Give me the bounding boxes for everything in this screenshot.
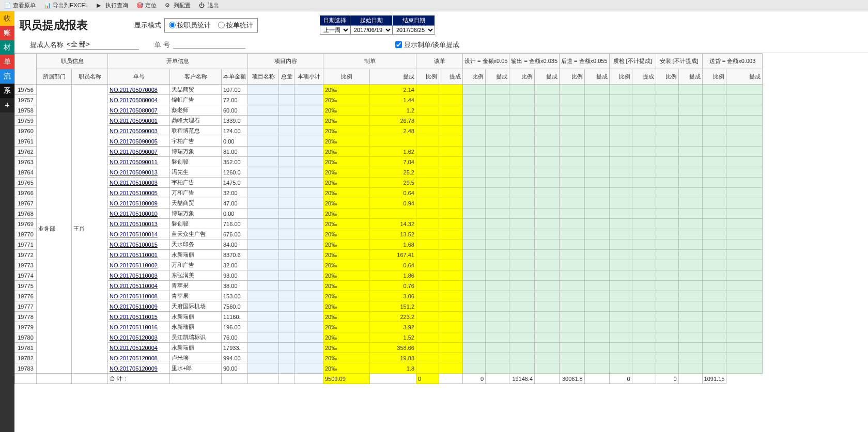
table-row[interactable]: 19773 NO.201705110002 万和广告 32.00 20‰ 0.6… — [15, 260, 763, 270]
table-row[interactable]: 19779 NO.201705110016 永新瑞丽 196.00 20‰ 3.… — [15, 322, 763, 332]
table-row[interactable]: 19778 NO.201705110015 永新瑞丽 11160. 20‰ 22… — [15, 312, 763, 322]
column-config-button[interactable]: ⚙列配置 — [163, 1, 193, 10]
cell-make-ratio: 20‰ — [323, 95, 370, 105]
name-filter-value[interactable]: <全 部> — [67, 40, 139, 50]
table-row[interactable]: 19763 NO.201705090011 磐创骏 352.00 20‰ 7.0… — [15, 157, 763, 167]
cell-order[interactable]: NO.201705110016 — [108, 322, 170, 332]
cell-make-ratio: 20‰ — [323, 105, 370, 116]
table-row[interactable]: 19769 NO.201705100013 磐创骏 716.00 20‰ 14.… — [15, 219, 763, 229]
table-row[interactable]: 19758 NO.201705080007 蔡老师 60.00 20‰ 1.2 — [15, 105, 763, 116]
cell-qc-ratio — [609, 239, 632, 250]
table-row[interactable]: 19774 NO.201705110003 东弘润美 93.00 20‰ 1.8… — [15, 270, 763, 281]
cell-rownum: 19760 — [15, 126, 37, 136]
table-row[interactable]: 19780 NO.201705120003 吴江凯瑞标识 76.00 20‰ 1… — [15, 332, 763, 343]
cell-make-comm — [370, 136, 416, 147]
cell-order[interactable]: NO.201705090007 — [108, 147, 170, 157]
cell-rownum: 19773 — [15, 260, 37, 270]
cell-order[interactable]: NO.201705100015 — [108, 239, 170, 250]
end-date-select[interactable]: 2017/06/25 — [393, 25, 435, 35]
cell-make-ratio: 20‰ — [323, 312, 370, 322]
cell-order[interactable]: NO.201705120004 — [108, 343, 170, 353]
cell-delivery-ratio — [702, 116, 726, 126]
sidebar-item-add[interactable]: + — [0, 98, 14, 113]
cell-order[interactable]: NO.201705110004 — [108, 281, 170, 291]
cell-order[interactable]: NO.201705080007 — [108, 105, 170, 116]
cell-order[interactable]: NO.201705100014 — [108, 229, 170, 239]
sidebar-item-4[interactable]: 流 — [0, 69, 14, 84]
cell-order[interactable]: NO.201705070008 — [108, 85, 170, 95]
cell-order[interactable]: NO.201705110008 — [108, 291, 170, 301]
cell-proj — [248, 95, 279, 105]
cell-order[interactable]: NO.201705100013 — [108, 219, 170, 229]
cell-output-ratio — [509, 353, 535, 363]
cell-order[interactable]: NO.201705100010 — [108, 209, 170, 219]
cell-order[interactable]: NO.201705110015 — [108, 312, 170, 322]
sidebar-item-2[interactable]: 材 — [0, 40, 14, 55]
cell-order[interactable]: NO.201705090003 — [108, 126, 170, 136]
view-original-button[interactable]: 📄查看原单 — [2, 1, 38, 10]
cell-order[interactable]: NO.201705090013 — [108, 167, 170, 178]
show-commission-input[interactable] — [395, 41, 402, 48]
table-row[interactable]: 19777 NO.201705110009 天府国际机场 7560.0 20‰ … — [15, 301, 763, 312]
export-excel-button[interactable]: 📊导出到EXCEL — [42, 1, 90, 10]
cell-order[interactable]: NO.201705110009 — [108, 301, 170, 312]
table-row[interactable]: 19772 NO.201705110001 永新瑞丽 8370.6 20‰ 16… — [15, 250, 763, 260]
table-row[interactable]: 19783 NO.201705120009 里水+郎 90.00 20‰ 1.8 — [15, 363, 763, 374]
table-row[interactable]: 19767 NO.201705100009 天喆商贸 47.00 20‰ 0.9… — [15, 198, 763, 209]
cell-order[interactable]: NO.201705090005 — [108, 136, 170, 147]
cell-order[interactable]: NO.201705090011 — [108, 157, 170, 167]
table-row[interactable]: 19761 NO.201705090005 宇柏广告 0.00 20‰ — [15, 136, 763, 147]
table-row[interactable]: 19776 NO.201705110008 青苹果 153.00 20‰ 3.0… — [15, 291, 763, 301]
exit-button[interactable]: ⏻退出 — [197, 1, 221, 10]
cell-order[interactable]: NO.201705100009 — [108, 198, 170, 209]
run-query-button[interactable]: ▶执行查询 — [95, 1, 130, 10]
mode-employee-radio[interactable] — [169, 22, 176, 28]
table-row[interactable]: 19770 NO.201705100014 蓝天众生广告 676.00 20‰ … — [15, 229, 763, 239]
mode-order-radio[interactable] — [218, 22, 225, 28]
data-grid[interactable]: 职员信息 开单信息 项目内容 制单 谈单 设计 = 金额x0.05 输出 = 金… — [14, 53, 868, 432]
table-row[interactable]: 19764 NO.201705090013 冯先生 1260.0 20‰ 25.… — [15, 167, 763, 178]
cell-design-ratio — [463, 85, 486, 95]
sidebar-item-5[interactable]: 系 — [0, 84, 14, 98]
table-row[interactable]: 19775 NO.201705110004 青苹果 38.00 20‰ 0.76 — [15, 281, 763, 291]
cell-order[interactable]: NO.201705100005 — [108, 188, 170, 198]
sidebar-item-0[interactable]: 收 — [0, 11, 14, 26]
table-row[interactable]: 19757 NO.201705080004 锦虹广告 72.00 20‰ 1.4… — [15, 95, 763, 105]
cell-order[interactable]: NO.201705100003 — [108, 178, 170, 188]
table-row[interactable]: 19762 NO.201705090007 博瑞万象 81.00 20‰ 1.6… — [15, 147, 763, 157]
table-row[interactable]: 19768 NO.201705100010 博瑞万象 0.00 20‰ — [15, 209, 763, 219]
cell-order[interactable]: NO.201705120009 — [108, 363, 170, 374]
cell-order[interactable]: NO.201705080004 — [108, 95, 170, 105]
table-row[interactable]: 19782 NO.201705120008 卢米埃 994.00 20‰ 19.… — [15, 353, 763, 363]
cell-order[interactable]: NO.201705120008 — [108, 353, 170, 363]
show-commission-checkbox[interactable]: 显示制单/谈单提成 — [395, 40, 460, 50]
cell-proj — [248, 291, 279, 301]
report-title: 职员提成报表 — [20, 18, 88, 33]
table-row[interactable]: 19771 NO.201705100015 天水印务 84.00 20‰ 1.6… — [15, 239, 763, 250]
mode-by-employee[interactable]: 按职员统计 — [169, 21, 211, 30]
cell-talk-comm — [439, 198, 463, 209]
cell-design-ratio — [463, 250, 486, 260]
cell-order[interactable]: NO.201705110002 — [108, 260, 170, 270]
cell-delivery-ratio — [702, 167, 726, 178]
table-row[interactable]: 19765 NO.201705100003 宇柏广告 1475.0 20‰ 29… — [15, 178, 763, 188]
cell-order[interactable]: NO.201705110001 — [108, 250, 170, 260]
cell-design-ratio — [463, 116, 486, 126]
cell-order[interactable]: NO.201705120003 — [108, 332, 170, 343]
table-row[interactable]: 19756 业务部王肖 NO.201705070008 天喆商贸 107.00 … — [15, 85, 763, 95]
table-row[interactable]: 19759 NO.201705090001 鼎峰大理石 1339.0 20‰ 2… — [15, 116, 763, 126]
table-row[interactable]: 19781 NO.201705120004 永新瑞丽 17933. 20‰ 35… — [15, 343, 763, 353]
cell-rownum: 19762 — [15, 147, 37, 157]
sidebar-item-3[interactable]: 单 — [0, 55, 14, 69]
date-range-select[interactable]: 上一周 — [320, 25, 350, 35]
start-date-select[interactable]: 2017/06/19 — [350, 25, 393, 35]
locate-button[interactable]: 🎯定位 — [134, 1, 159, 10]
table-row[interactable]: 19760 NO.201705090003 联程博范总 124.00 20‰ 2… — [15, 126, 763, 136]
cell-talk-comm — [439, 322, 463, 332]
sidebar-item-1[interactable]: 账 — [0, 26, 14, 40]
mode-by-order[interactable]: 按单统计 — [218, 21, 253, 30]
order-filter-input[interactable] — [173, 41, 245, 49]
cell-order[interactable]: NO.201705110003 — [108, 270, 170, 281]
cell-order[interactable]: NO.201705090001 — [108, 116, 170, 126]
table-row[interactable]: 19766 NO.201705100005 万和广告 32.00 20‰ 0.6… — [15, 188, 763, 198]
